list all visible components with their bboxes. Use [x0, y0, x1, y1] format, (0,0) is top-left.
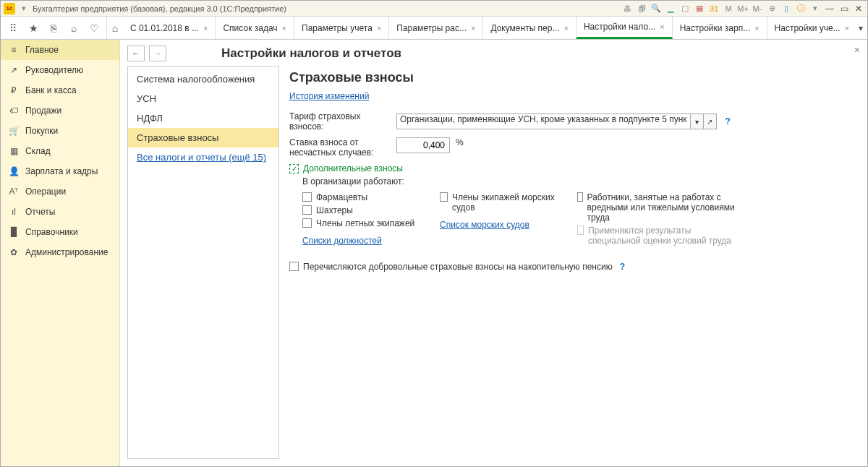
hazard-workers-checkbox[interactable] — [577, 192, 583, 202]
flight-crew-label: Члены летных экипажей — [316, 218, 414, 228]
back-button[interactable]: ← — [127, 46, 145, 61]
sea-vessels-link[interactable]: Список морских судов — [440, 220, 529, 230]
sidebar-item-label: Зарплата и кадры — [25, 166, 98, 176]
pharmacists-checkbox[interactable] — [302, 192, 312, 202]
print-icon[interactable]: 🖶 — [621, 3, 633, 14]
sea-crew-checkbox[interactable] — [440, 192, 448, 202]
boxes-icon: ▦ — [8, 146, 20, 156]
chart-icon[interactable]: ▁ — [665, 3, 676, 14]
sidebar-item-label: Склад — [25, 146, 51, 156]
info-drop-icon[interactable]: ▾ — [809, 3, 821, 14]
minimize-button[interactable]: — — [824, 3, 835, 14]
close-icon[interactable]: × — [845, 24, 849, 33]
printer2-icon[interactable]: 🗐 — [636, 3, 647, 14]
close-icon[interactable]: × — [203, 24, 208, 33]
tariff-label: Тариф страховых взносов: — [289, 111, 391, 132]
tab-accounting-settings[interactable]: Настройки уче...× — [767, 17, 854, 39]
tab-salary-settings[interactable]: Настройки зарп...× — [673, 17, 767, 39]
tab-date[interactable]: С 01.01.2018 в ...× — [123, 17, 216, 39]
cart-icon: 🛒 — [8, 126, 20, 136]
menu-icon: ≡ — [8, 45, 20, 55]
maximize-button[interactable]: ▭ — [838, 3, 850, 14]
form-heading: Страховые взносы — [289, 70, 850, 85]
sidebar-item-label: Покупки — [25, 126, 58, 136]
tab-tax-settings[interactable]: Настройки нало...× — [576, 17, 673, 39]
sidebar-item-sales[interactable]: 🏷Продажи — [1, 100, 119, 121]
page-close-button[interactable]: × — [854, 44, 860, 56]
sidebar-item-purchases[interactable]: 🛒Покупки — [1, 121, 119, 141]
clipboard-icon[interactable]: ⎘ — [47, 22, 60, 35]
sidebar-item-manager[interactable]: ↗Руководителю — [1, 60, 119, 80]
home-button[interactable]: ⌂ — [107, 17, 123, 39]
pharmacists-label: Фармацевты — [316, 192, 367, 202]
tariff-select[interactable]: Организации, применяющие УСН, кроме указ… — [396, 113, 691, 129]
sidebar-item-operations[interactable]: AᵀОперации — [1, 181, 119, 202]
additional-contrib-checkbox[interactable] — [289, 164, 299, 173]
mplus-icon[interactable]: M+ — [737, 3, 749, 14]
trend-icon: ↗ — [8, 65, 20, 75]
sidebar-item-label: Банк и касса — [25, 85, 77, 95]
person-icon: 👤 — [8, 166, 20, 176]
close-icon[interactable]: × — [282, 24, 286, 33]
more-tabs-button[interactable]: ▾ — [854, 17, 867, 39]
apps-icon[interactable]: ⠿ — [7, 22, 20, 35]
tree-item-tax-system[interactable]: Система налогообложения — [128, 69, 278, 89]
settings-tree: Система налогообложения УСН НДФЛ Страхов… — [127, 66, 279, 459]
tree-item-ndfl[interactable]: НДФЛ — [128, 108, 278, 128]
calendar-icon[interactable]: 31 — [708, 3, 720, 14]
tree-more-link[interactable]: Все налоги и отчеты (ещё 15) — [128, 147, 278, 167]
close-icon[interactable]: × — [563, 24, 568, 33]
star-icon[interactable]: ★ — [27, 22, 40, 35]
sidebar-item-warehouse[interactable]: ▦Склад — [1, 141, 119, 161]
panel-icon[interactable]: ▯ — [780, 3, 792, 14]
flight-crew-checkbox[interactable] — [302, 218, 312, 228]
close-icon[interactable]: × — [377, 24, 381, 33]
voluntary-checkbox[interactable] — [289, 262, 299, 271]
close-icon[interactable]: × — [471, 24, 475, 33]
sidebar-item-reports[interactable]: ılОтчеты — [1, 202, 119, 222]
close-button[interactable]: ✕ — [853, 3, 864, 14]
sidebar-item-admin[interactable]: ✿Администрирование — [1, 242, 119, 262]
tariff-open-button[interactable]: ↗ — [704, 113, 717, 129]
operations-icon: Aᵀ — [8, 187, 20, 197]
grid-icon[interactable]: ▦ — [694, 3, 705, 14]
sidebar-item-salary[interactable]: 👤Зарплата и кадры — [1, 161, 119, 181]
sidebar-item-bank[interactable]: ₽Банк и касса — [1, 80, 119, 100]
book-icon: ▉ — [8, 227, 20, 237]
sidebar-item-label: Администрирование — [25, 247, 108, 257]
sidebar-item-main[interactable]: ≡Главное — [1, 40, 119, 60]
tab-documents[interactable]: Документы пер...× — [483, 17, 576, 39]
accident-rate-input[interactable] — [396, 137, 450, 153]
dropdown-icon[interactable]: ▾ — [18, 3, 30, 14]
app-window: 1c ▾ Бухгалтерия предприятия (базовая), … — [0, 0, 868, 467]
tab-tasks[interactable]: Список задач× — [216, 17, 294, 39]
sidebar: ≡Главное ↗Руководителю ₽Банк и касса 🏷Пр… — [1, 40, 120, 466]
info-icon[interactable]: ⓘ — [795, 3, 807, 14]
forward-button[interactable]: → — [149, 46, 166, 61]
tabs: С 01.01.2018 в ...× Список задач× Параме… — [123, 17, 854, 39]
m-icon[interactable]: M — [723, 3, 734, 14]
gear-icon: ✿ — [8, 247, 20, 257]
search-icon[interactable]: ⌕ — [67, 22, 80, 35]
form-panel: Страховые взносы История изменений Тариф… — [279, 66, 860, 459]
mminus-icon[interactable]: M- — [752, 3, 763, 14]
positions-list-link[interactable]: Списки должностей — [302, 236, 382, 246]
history-link[interactable]: История изменений — [289, 91, 369, 101]
help-icon[interactable]: ? — [620, 262, 625, 272]
sidebar-item-label: Руководителю — [25, 65, 83, 75]
miners-label: Шахтеры — [316, 205, 353, 215]
tariff-dropdown-button[interactable]: ▾ — [691, 113, 704, 129]
help-icon[interactable]: ? — [726, 116, 731, 127]
close-icon[interactable]: × — [754, 24, 759, 33]
tab-accounting-params[interactable]: Параметры учета× — [294, 17, 389, 39]
search2-icon[interactable]: 🔍 — [650, 3, 662, 14]
tree-item-insurance[interactable]: Страховые взносы — [128, 128, 278, 147]
sidebar-item-directories[interactable]: ▉Справочники — [1, 222, 119, 242]
tree-item-usn[interactable]: УСН — [128, 89, 278, 108]
zoom-icon[interactable]: ⊕ — [766, 3, 778, 14]
close-icon[interactable]: × — [660, 22, 664, 31]
bell-icon[interactable]: ♡ — [88, 22, 101, 35]
miners-checkbox[interactable] — [302, 205, 312, 215]
doc-icon[interactable]: ▢ — [679, 3, 691, 14]
tab-calc-params[interactable]: Параметры рас...× — [389, 17, 483, 39]
